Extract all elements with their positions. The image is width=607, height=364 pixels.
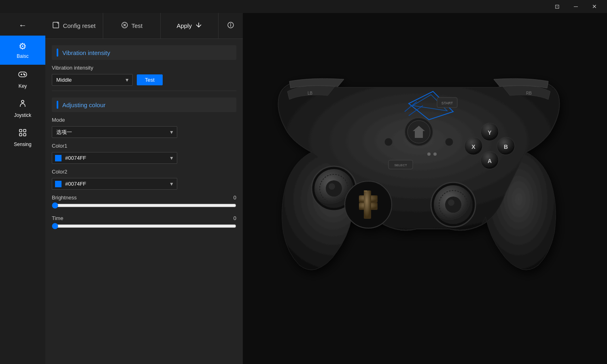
svg-rect-8 xyxy=(19,133,22,136)
svg-rect-9 xyxy=(23,133,26,136)
preview-panel: START SELECT xyxy=(243,13,607,364)
apply-label: Apply xyxy=(176,22,192,29)
color2-select-wrapper: #0074FF ▼ xyxy=(52,178,177,190)
color2-field-group: Color2 #0074FF ▼ xyxy=(45,169,243,195)
colour-header-bar xyxy=(57,101,58,109)
svg-rect-0 xyxy=(19,72,27,77)
divider-1 xyxy=(52,91,236,91)
time-slider[interactable] xyxy=(52,223,236,229)
svg-text:RB: RB xyxy=(526,91,532,95)
brightness-slider[interactable] xyxy=(52,202,236,209)
sidebar-item-joystick[interactable]: Joystick xyxy=(0,94,45,123)
titlebar: ⊡ ─ ✕ xyxy=(0,0,607,13)
svg-point-17 xyxy=(231,23,231,24)
person-icon xyxy=(18,99,28,111)
svg-point-27 xyxy=(427,152,431,156)
svg-rect-6 xyxy=(19,129,22,132)
brightness-field-group: Brightness 0 xyxy=(45,195,243,215)
time-field-group: Time 0 xyxy=(45,215,243,236)
vibration-select[interactable]: Low Middle High xyxy=(52,74,133,86)
svg-point-38 xyxy=(448,199,454,206)
colour-section-header: Adjusting colour xyxy=(52,97,236,112)
config-reset-label: Config reset xyxy=(63,22,96,29)
brightness-row: Brightness 0 xyxy=(52,195,236,201)
test-label: Test xyxy=(132,22,143,29)
test-icon xyxy=(121,21,128,30)
time-value: 0 xyxy=(233,215,236,221)
time-label: Time xyxy=(52,215,63,221)
colour-section-label: Adjusting colour xyxy=(62,102,106,108)
config-reset-icon xyxy=(52,21,59,30)
vibration-field-group: Vibration intensity Low Middle High ▼ Te… xyxy=(45,65,243,91)
sidebar: ← ⚙ Baisc Key xyxy=(0,13,45,364)
color1-select-wrapper: #0074FF ▼ xyxy=(52,152,177,164)
sidebar-item-sensing[interactable]: Sensing xyxy=(0,123,45,152)
restore-button[interactable]: ⊡ xyxy=(548,0,567,13)
apply-icon xyxy=(195,21,202,30)
color2-select[interactable]: #0074FF xyxy=(52,178,177,190)
config-reset-button[interactable]: Config reset xyxy=(45,13,103,38)
sidebar-item-basic[interactable]: ⚙ Baisc xyxy=(0,36,45,65)
svg-point-33 xyxy=(329,183,335,190)
time-row: Time 0 xyxy=(52,215,236,221)
sensing-icon xyxy=(18,128,28,140)
toolbar: Config reset Test Apply xyxy=(45,13,243,39)
svg-point-28 xyxy=(433,152,437,156)
sidebar-item-key-label: Key xyxy=(19,83,27,89)
svg-point-57 xyxy=(384,138,393,146)
svg-rect-42 xyxy=(364,190,371,219)
mode-field-label: Mode xyxy=(52,117,236,123)
brightness-label: Brightness xyxy=(52,195,76,201)
gear-icon: ⚙ xyxy=(19,41,27,52)
info-button[interactable] xyxy=(219,13,243,38)
svg-text:B: B xyxy=(504,144,508,150)
vibration-section-header: Vibration intensity xyxy=(52,45,236,60)
svg-point-4 xyxy=(24,74,25,75)
mode-select-wrapper: 选项一 选项二 选项三 ▼ xyxy=(52,126,177,138)
sidebar-item-joystick-label: Joystick xyxy=(14,112,32,118)
apply-button[interactable]: Apply xyxy=(161,13,219,38)
minimize-button[interactable]: ─ xyxy=(567,0,585,13)
mode-field-group: Mode 选项一 选项二 选项三 ▼ xyxy=(45,117,243,143)
controller-preview: START SELECT xyxy=(243,13,607,364)
svg-text:X: X xyxy=(471,144,475,150)
svg-point-3 xyxy=(23,74,24,74)
back-button[interactable]: ← xyxy=(0,16,45,34)
info-icon xyxy=(227,21,234,30)
vibration-field-label: Vibration intensity xyxy=(52,65,236,71)
gamepad-icon xyxy=(18,70,28,82)
svg-text:A: A xyxy=(488,158,492,164)
svg-point-58 xyxy=(445,138,453,146)
svg-text:LB: LB xyxy=(308,91,313,95)
color2-field-label: Color2 xyxy=(52,169,236,175)
mode-select[interactable]: 选项一 选项二 选项三 xyxy=(52,126,177,138)
main-layout: ← ⚙ Baisc Key xyxy=(0,13,607,364)
vibration-test-button[interactable]: Test xyxy=(137,74,163,85)
vibration-section-label: Vibration intensity xyxy=(62,49,110,56)
svg-text:Y: Y xyxy=(488,129,492,136)
color1-select[interactable]: #0074FF xyxy=(52,152,177,164)
sidebar-item-key[interactable]: Key xyxy=(0,65,45,94)
svg-text:SELECT: SELECT xyxy=(394,163,407,167)
svg-rect-43 xyxy=(364,190,367,191)
svg-rect-7 xyxy=(23,129,26,132)
svg-text:START: START xyxy=(441,101,453,105)
close-button[interactable]: ✕ xyxy=(585,0,604,13)
sidebar-item-basic-label: Baisc xyxy=(17,53,28,59)
back-icon: ← xyxy=(19,21,27,30)
test-button[interactable]: Test xyxy=(103,13,161,38)
vibration-header-bar xyxy=(57,49,58,57)
content-panel: Config reset Test Apply xyxy=(45,13,243,364)
vibration-select-wrapper: Low Middle High ▼ xyxy=(52,74,133,86)
color1-field-group: Color1 #0074FF ▼ xyxy=(45,143,243,169)
sidebar-item-sensing-label: Sensing xyxy=(14,142,31,147)
brightness-value: 0 xyxy=(233,195,236,201)
svg-point-5 xyxy=(21,100,24,103)
color1-field-label: Color1 xyxy=(52,143,236,149)
vibration-field-row: Low Middle High ▼ Test xyxy=(52,74,236,86)
